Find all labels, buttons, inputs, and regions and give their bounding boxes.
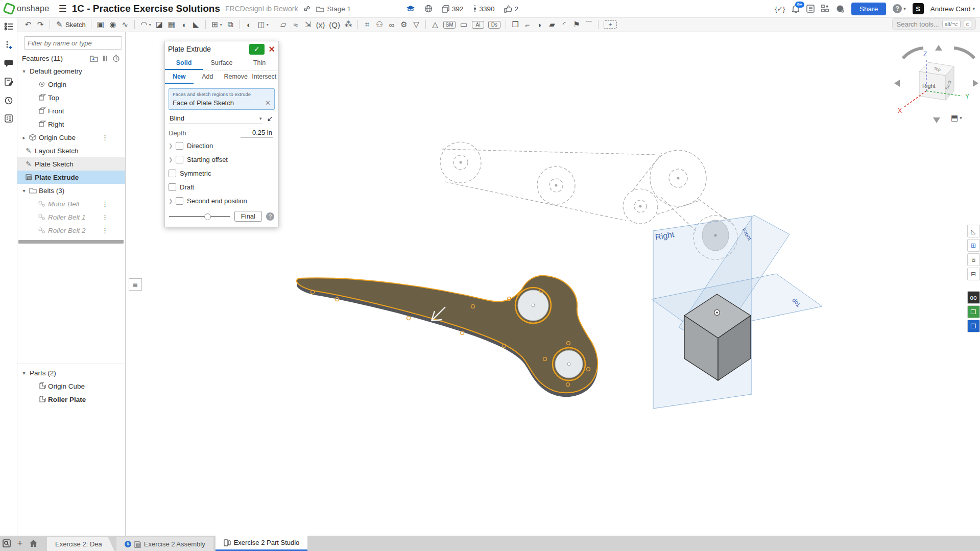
viewport-tree-toggle[interactable]: ≣ <box>129 278 142 291</box>
feature-table-icon[interactable]: ⊟ <box>967 268 980 280</box>
dialog-help-icon[interactable]: ? <box>266 212 274 221</box>
tree-item-plate-extrude[interactable]: Plate Extrude <box>17 171 125 184</box>
tool-zoom-fit-icon[interactable]: + <box>602 18 619 31</box>
preview-slider-knob[interactable] <box>204 213 211 220</box>
tree-item-plate-sketch[interactable]: ✎ Plate Sketch <box>17 157 125 171</box>
final-button[interactable]: Final <box>234 211 262 222</box>
rotate-right-arrow[interactable] <box>954 48 974 58</box>
clear-selection-icon[interactable]: ✕ <box>265 99 271 107</box>
breadcrumb[interactable]: Stage 1 <box>316 5 351 13</box>
search-tools[interactable]: Search tools... alt/⌥ c <box>892 18 976 30</box>
tool-transform-icon[interactable]: ⇲ <box>302 18 314 31</box>
tree-item-layout-sketch[interactable]: ✎ Layout Sketch <box>17 144 125 157</box>
starting-offset-checkbox[interactable] <box>176 156 183 163</box>
history-panel-icon[interactable] <box>4 95 14 105</box>
tool-sketch-icon[interactable]: ✎Sketch <box>53 18 88 31</box>
option-direction[interactable]: ❯ Direction <box>165 139 278 153</box>
tool-loft-icon[interactable]: ◠▾ <box>138 18 153 31</box>
expand-caret-icon[interactable]: ❯ <box>169 143 176 149</box>
parts-header-row[interactable]: ▾ Parts (2) <box>17 366 125 379</box>
home-tab-icon[interactable] <box>27 537 40 550</box>
notifications-bell-icon[interactable]: 9+ <box>792 5 800 13</box>
second-end-checkbox[interactable] <box>176 197 183 205</box>
tool-belt-tool-icon[interactable]: ▭ <box>458 18 470 31</box>
tree-item-right-plane[interactable]: Right <box>17 117 125 131</box>
notes-panel-icon[interactable] <box>4 77 14 87</box>
tree-item-origin[interactable]: Origin <box>17 78 125 91</box>
tool-corner-icon[interactable]: ◜ <box>558 18 570 31</box>
tree-item-default-geometry[interactable]: ▾ Default geometry <box>17 64 125 78</box>
tool-sweep-icon[interactable]: ∿ <box>119 18 131 31</box>
tab-surface[interactable]: Surface <box>203 57 241 70</box>
tool-ds-tool-icon[interactable]: Ds <box>486 18 503 31</box>
tool-mirror-icon[interactable]: ⧉ <box>224 18 236 31</box>
comments-panel-icon[interactable] <box>4 58 14 68</box>
copies-stat[interactable]: 392 <box>442 5 464 13</box>
tool-enclose-icon[interactable]: ▦ <box>165 18 178 31</box>
tab-new[interactable]: New <box>165 70 194 84</box>
tool-plate-tool-icon[interactable]: ▰ <box>546 18 558 31</box>
share-button[interactable]: Share <box>851 3 886 15</box>
tab-exercise-2-assembly[interactable]: ⇅ Exercise 2 Assembly <box>116 537 213 551</box>
versions-stat[interactable]: 3390 <box>473 5 495 13</box>
rotate-left-step-arrow[interactable] <box>894 80 900 87</box>
suppress-pause-icon[interactable] <box>103 56 107 61</box>
tree-item-motor-belt[interactable]: Motor Belt ⋮ <box>17 197 125 210</box>
tab-search-icon[interactable] <box>0 537 13 550</box>
rotate-down-arrow[interactable] <box>933 117 940 123</box>
collapse-caret-icon[interactable]: ▾ <box>20 370 28 376</box>
item-menu-dots-icon[interactable]: ⋮ <box>102 227 108 234</box>
collapse-caret-icon[interactable]: ▾ <box>20 68 28 74</box>
expand-caret-icon[interactable]: ❯ <box>169 198 176 204</box>
tool-funnel-icon[interactable]: ▽ <box>410 18 422 31</box>
likes-stat[interactable]: 2 <box>504 5 519 13</box>
tool-triangle-measure-icon[interactable]: △ <box>429 18 441 31</box>
variables-table-icon[interactable]: ⊞ <box>967 239 980 252</box>
tree-item-top-plane[interactable]: Top <box>17 91 125 104</box>
tool-boolean-icon[interactable]: ◐ <box>243 18 255 31</box>
tab-thin[interactable]: Thin <box>241 57 278 70</box>
rollback-bar[interactable] <box>18 240 124 244</box>
tool-plane-icon[interactable]: ▱ <box>277 18 290 31</box>
preview-slider[interactable] <box>169 216 230 217</box>
rotate-up-arrow[interactable] <box>935 45 942 51</box>
cancel-button[interactable]: ✕ <box>269 44 275 54</box>
depth-value-field[interactable]: 0.25 in <box>241 128 273 138</box>
tool-profile-icon[interactable]: ⌒ <box>583 18 595 31</box>
bom-panel-icon[interactable] <box>4 113 14 124</box>
tool-robot-part-icon[interactable]: ⚇ <box>373 18 386 31</box>
tool-frame-icon[interactable]: ⌗ <box>361 18 373 31</box>
part-item-roller-plate[interactable]: Roller Plate <box>17 393 125 406</box>
learning-center-icon[interactable] <box>836 5 845 13</box>
globe-icon[interactable] <box>424 5 433 13</box>
option-starting-offset[interactable]: ❯ Starting offset <box>165 153 278 166</box>
tool-gear-icon[interactable]: ⚙ <box>398 18 410 31</box>
tree-item-roller-belt-1[interactable]: Roller Belt 1 ⋮ <box>17 210 125 224</box>
viewport-3d-scene[interactable]: Right Front Top <box>0 0 980 536</box>
mkcad-robot-icon[interactable]: oo <box>967 291 980 304</box>
tab-exercise-2-dea[interactable]: Exercise 2: Dea <box>47 537 114 551</box>
tool-variable-icon[interactable]: (x) <box>314 18 327 31</box>
draft-checkbox[interactable] <box>169 183 176 191</box>
configurations-icon[interactable]: ⧈ <box>967 253 980 266</box>
tab-remove[interactable]: Remove <box>222 70 250 84</box>
rollback-clock-icon[interactable] <box>112 55 120 62</box>
tab-solid[interactable]: Solid <box>165 57 203 70</box>
direction-checkbox[interactable] <box>176 142 183 150</box>
item-menu-dots-icon[interactable]: ⋮ <box>102 134 108 141</box>
option-draft[interactable]: Draft <box>165 180 278 194</box>
insert-item-icon[interactable] <box>4 40 14 50</box>
option-second-end[interactable]: ❯ Second end position <box>165 194 278 208</box>
tool-fillet-icon[interactable]: ◖ <box>178 18 190 31</box>
green-library-icon[interactable]: ❐ <box>967 305 980 318</box>
view-options-button[interactable]: ⬒▾ <box>951 113 962 123</box>
measure-tool-icon[interactable]: ◺ <box>967 225 980 237</box>
tool-export-icon[interactable]: ❐ <box>509 18 521 31</box>
rotate-left-arrow[interactable] <box>903 48 923 58</box>
apps-grid-icon[interactable] <box>821 5 829 13</box>
feature-script-check-icon[interactable]: {✓} <box>775 5 785 13</box>
tab-add[interactable]: Add <box>194 70 222 84</box>
tool-thicken-icon[interactable]: ◪ <box>153 18 165 31</box>
end-condition-dropdown[interactable]: Blind ▾ <box>169 113 262 124</box>
tasks-list-icon[interactable] <box>806 5 815 13</box>
